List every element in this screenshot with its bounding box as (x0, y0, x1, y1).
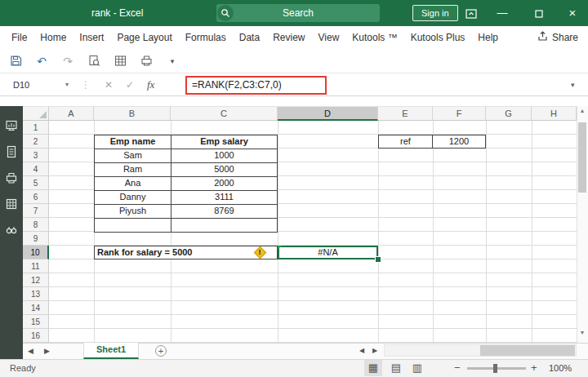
row-header-16[interactable]: 16 (23, 329, 49, 343)
normal-view-icon[interactable]: ▦ (364, 360, 382, 376)
row-header-9[interactable]: 9 (23, 232, 49, 246)
panel-binoculars-icon[interactable] (5, 224, 18, 237)
row-header-3[interactable]: 3 (23, 149, 49, 162)
maximize-button[interactable] (527, 0, 551, 26)
column-header-c[interactable]: C (171, 106, 278, 121)
quick-print-icon[interactable] (139, 54, 154, 69)
tab-kutools[interactable]: Kutools ™ (345, 26, 403, 49)
sheet-nav-prev-icon[interactable]: ◀ (28, 343, 33, 359)
add-sheet-icon[interactable]: + (155, 345, 167, 357)
row-header-7[interactable]: 7 (23, 204, 49, 218)
tab-view[interactable]: View (312, 26, 346, 49)
cell-e2-ref[interactable]: ref (378, 135, 433, 149)
tab-home[interactable]: Home (33, 26, 73, 49)
qat-customize-icon[interactable]: ▾ (165, 54, 180, 69)
enter-icon[interactable]: ✓ (126, 76, 134, 94)
row-header-10[interactable]: 10 (23, 246, 49, 259)
ribbon-display-options-icon[interactable] (459, 0, 483, 26)
cell-b2[interactable]: Emp name (95, 135, 172, 149)
redo-icon[interactable]: ↷ (60, 54, 75, 69)
row-header-15[interactable]: 15 (23, 315, 49, 329)
tab-page-layout[interactable]: Page Layout (110, 26, 178, 49)
column-header-a[interactable]: A (49, 106, 94, 121)
cell-b3[interactable]: Sam (95, 149, 172, 163)
window-title: rank - Excel (91, 0, 143, 26)
column-header-d[interactable]: D (278, 106, 378, 121)
row-header-14[interactable]: 14 (23, 301, 49, 315)
column-header-h[interactable]: H (532, 106, 577, 121)
close-button[interactable]: × (560, 0, 585, 26)
row-header-2[interactable]: 2 (23, 135, 49, 149)
row-header-5[interactable]: 5 (23, 176, 49, 190)
row-header-8[interactable]: 8 (23, 218, 49, 232)
row-header-12[interactable]: 12 (23, 273, 49, 287)
cell-b5[interactable]: Ana (95, 177, 172, 191)
row-header-1[interactable]: 1 (23, 121, 49, 135)
undo-icon[interactable]: ↶ (34, 54, 49, 69)
horizontal-scrollbar-thumb[interactable] (480, 345, 575, 356)
cell-b6[interactable]: Danny (95, 191, 172, 205)
zoom-out-icon[interactable]: − (454, 359, 461, 377)
scroll-down-icon[interactable]: ▼ (577, 330, 588, 335)
column-header-b[interactable]: B (94, 106, 171, 121)
panel-document-icon[interactable] (5, 145, 18, 158)
save-icon[interactable] (8, 54, 23, 69)
tab-help[interactable]: Help (471, 26, 505, 49)
zoom-slider-thumb[interactable] (493, 364, 497, 373)
cell-b4[interactable]: Ram (95, 163, 172, 177)
select-all-corner[interactable] (23, 106, 49, 121)
gridline-vertical (378, 121, 379, 343)
panel-printer-icon[interactable] (5, 171, 18, 184)
column-header-e[interactable]: E (378, 106, 433, 121)
formula-bar-expand-icon[interactable]: ▾ (571, 76, 575, 94)
page-break-view-icon[interactable]: ▥ (408, 360, 426, 376)
cell-c8[interactable] (172, 219, 278, 233)
print-preview-icon[interactable] (87, 54, 101, 69)
cell-c2[interactable]: Emp salary (172, 135, 278, 149)
zoom-level[interactable]: 100% (549, 359, 572, 377)
panel-chart-icon[interactable] (5, 119, 18, 132)
vertical-scrollbar-thumb[interactable] (578, 122, 586, 193)
cell-c6[interactable]: 3111 (172, 191, 278, 205)
scroll-up-icon[interactable]: ▲ (577, 108, 588, 113)
cell-f2-ref-value[interactable]: 1200 (432, 135, 486, 149)
row-header-6[interactable]: 6 (23, 190, 49, 204)
share-button[interactable]: Share (537, 26, 578, 49)
sheet-nav-next-icon[interactable]: ▶ (44, 343, 50, 359)
tab-formulas[interactable]: Formulas (179, 26, 233, 49)
cancel-icon[interactable]: ✕ (105, 76, 113, 94)
sheet-tab-sheet1[interactable]: Sheet1 (83, 343, 139, 359)
cell-b10-rank-label[interactable]: Rank for salary = 5000 (94, 246, 278, 259)
insert-function-icon[interactable]: fx (147, 76, 154, 94)
cell-c4[interactable]: 5000 (172, 163, 278, 177)
row-header-4[interactable]: 4 (23, 162, 49, 176)
page-layout-view-icon[interactable]: ▤ (387, 360, 405, 376)
minimize-button[interactable]: — (490, 0, 514, 26)
row-header-13[interactable]: 13 (23, 287, 49, 301)
column-header-f[interactable]: F (433, 106, 486, 121)
column-header-g[interactable]: G (486, 106, 532, 121)
cell-b7[interactable]: Piyush (95, 205, 172, 219)
search-box[interactable]: Search (216, 4, 380, 22)
sign-in-button[interactable]: Sign in (412, 5, 458, 21)
name-box[interactable]: D10 (5, 76, 70, 94)
hscroll-right-icon[interactable]: ▶ (372, 343, 377, 359)
cell-b8[interactable] (95, 219, 172, 233)
cell-c5[interactable]: 2000 (172, 177, 278, 191)
tab-review[interactable]: Review (266, 26, 311, 49)
panel-grid-icon[interactable] (5, 197, 18, 211)
zoom-in-icon[interactable]: + (531, 359, 537, 377)
tab-data[interactable]: Data (233, 26, 266, 49)
cell-c3[interactable]: 1000 (172, 149, 278, 163)
tab-insert[interactable]: Insert (73, 26, 110, 49)
formula-input[interactable]: =RANK(F2,C3:C7,0) (185, 76, 327, 95)
tab-kutools-plus[interactable]: Kutools Plus (404, 26, 472, 49)
tab-file[interactable]: File (5, 26, 33, 49)
row-header-11[interactable]: 11 (23, 259, 49, 273)
selected-cell-d10[interactable]: #N/A (278, 246, 378, 259)
cell-c7[interactable]: 8769 (172, 205, 278, 219)
error-warning-icon[interactable]: ! (254, 246, 265, 258)
hscroll-left-icon[interactable]: ◀ (359, 343, 364, 359)
table-icon[interactable] (113, 54, 127, 69)
name-box-dropdown-icon[interactable]: ▾ (65, 76, 69, 94)
